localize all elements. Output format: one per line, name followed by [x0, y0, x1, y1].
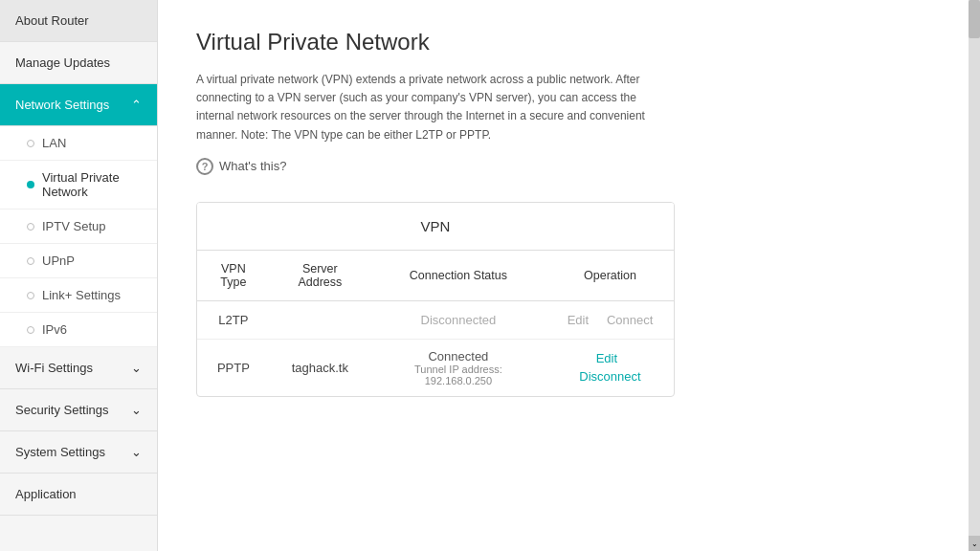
sidebar-item-wifi-settings[interactable]: Wi-Fi Settings ⌄ — [0, 347, 157, 389]
sidebar-item-label: Manage Updates — [15, 55, 110, 70]
cell-operation: Edit Disconnect — [546, 339, 674, 396]
cell-operation: Edit Connect — [546, 300, 674, 339]
vpn-card: VPN VPN Type Server Address Connection S… — [196, 202, 675, 397]
col-operation: Operation — [546, 251, 674, 301]
vpn-table: VPN Type Server Address Connection Statu… — [197, 251, 674, 396]
status-connected: Connected Tunnel IP address: 192.168.0.2… — [380, 349, 537, 386]
cell-status: Connected Tunnel IP address: 192.168.0.2… — [370, 339, 546, 396]
sidebar-item-label: Application — [15, 487, 77, 501]
status-disconnected: Disconnected — [421, 313, 497, 327]
sidebar-item-network-settings[interactable]: Network Settings ⌃ — [0, 84, 157, 126]
cell-status: Disconnected — [370, 300, 546, 339]
sidebar-item-system-settings[interactable]: System Settings ⌄ — [0, 431, 157, 474]
dot-icon — [27, 140, 34, 147]
dot-icon — [27, 292, 34, 299]
submenu-item-label: LAN — [42, 136, 66, 150]
scrollbar[interactable]: ⌄ — [969, 0, 980, 551]
dot-icon — [27, 257, 34, 265]
cell-vpn-type: PPTP — [197, 339, 270, 396]
chevron-down-icon: ⌄ — [131, 361, 142, 375]
submenu-item-label: Link+ Settings — [42, 288, 121, 302]
cell-server-address — [270, 300, 370, 339]
sidebar-item-label: Network Settings — [15, 98, 109, 112]
scrollbar-arrow-down[interactable]: ⌄ — [969, 536, 980, 551]
vpn-card-header: VPN — [197, 203, 674, 251]
chevron-up-icon: ⌃ — [131, 98, 142, 112]
sidebar-item-about-router[interactable]: About Router — [0, 0, 157, 42]
col-vpn-type: VPN Type — [197, 251, 270, 301]
edit-button-pptp[interactable]: Edit — [592, 349, 621, 367]
col-server-address: Server Address — [270, 251, 370, 301]
sidebar-item-label: Security Settings — [15, 403, 109, 417]
whats-this-label: What's this? — [219, 159, 286, 173]
network-settings-submenu: LAN Virtual Private Network IPTV Setup U… — [0, 126, 157, 347]
submenu-item-link-plus[interactable]: Link+ Settings — [0, 278, 157, 313]
sidebar-item-label: System Settings — [15, 445, 105, 459]
cell-vpn-type: L2TP — [197, 300, 270, 339]
main-content: Virtual Private Network A virtual privat… — [158, 0, 969, 551]
tunnel-ip: Tunnel IP address: 192.168.0.250 — [380, 364, 537, 386]
chevron-down-icon: ⌄ — [131, 445, 142, 459]
sidebar-item-security-settings[interactable]: Security Settings ⌄ — [0, 389, 157, 431]
page-description: A virtual private network (VPN) extends … — [196, 71, 656, 144]
disconnect-button-pptp[interactable]: Disconnect — [575, 367, 644, 386]
status-text: Connected — [428, 349, 488, 364]
table-row: PPTP taghack.tk Connected Tunnel IP addr… — [197, 339, 674, 396]
sidebar-item-manage-updates[interactable]: Manage Updates — [0, 42, 157, 84]
table-row: L2TP Disconnected Edit Connect — [197, 300, 674, 339]
submenu-item-upnp[interactable]: UPnP — [0, 244, 157, 278]
whats-this-link[interactable]: ? What's this? — [196, 158, 930, 175]
submenu-item-iptv[interactable]: IPTV Setup — [0, 209, 157, 244]
submenu-item-vpn[interactable]: Virtual Private Network — [0, 161, 157, 209]
sidebar-item-label: About Router — [15, 13, 89, 28]
page-title: Virtual Private Network — [196, 29, 930, 55]
connect-button-l2tp[interactable]: Connect — [603, 311, 657, 329]
sidebar: About Router Manage Updates Network Sett… — [0, 0, 158, 551]
submenu-item-ipv6[interactable]: IPv6 — [0, 313, 157, 347]
edit-button-l2tp[interactable]: Edit — [564, 311, 592, 329]
dot-active-icon — [27, 181, 34, 188]
submenu-item-label: IPTV Setup — [42, 219, 105, 233]
sidebar-item-application[interactable]: Application — [0, 474, 157, 516]
sidebar-item-label: Wi-Fi Settings — [15, 361, 93, 375]
help-icon: ? — [196, 158, 213, 175]
dot-icon — [27, 223, 34, 231]
submenu-item-label: Virtual Private Network — [42, 170, 142, 199]
cell-server-address: taghack.tk — [270, 339, 370, 396]
submenu-item-label: UPnP — [42, 253, 75, 268]
dot-icon — [27, 326, 34, 334]
submenu-item-label: IPv6 — [42, 322, 67, 337]
table-header-row: VPN Type Server Address Connection Statu… — [197, 251, 674, 301]
submenu-item-lan[interactable]: LAN — [0, 126, 157, 161]
chevron-down-icon: ⌄ — [131, 403, 142, 417]
col-connection-status: Connection Status — [370, 251, 546, 301]
